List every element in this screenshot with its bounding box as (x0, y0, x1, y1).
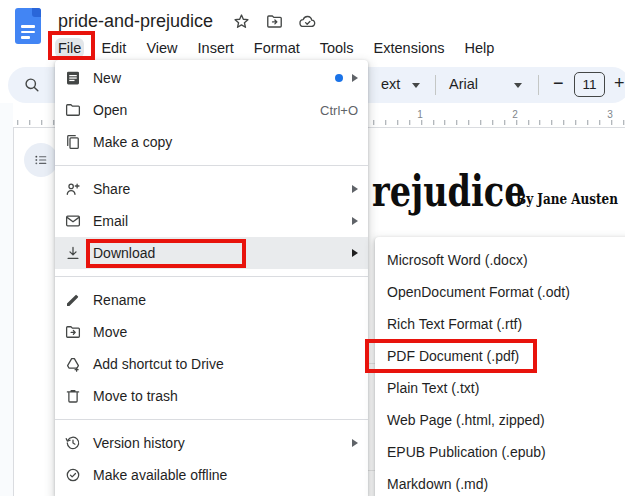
font-size-input[interactable]: 11 (574, 72, 605, 97)
chevron-down-icon[interactable] (514, 83, 522, 88)
file-menu-item-move-to-trash[interactable]: Move to trash (55, 380, 368, 412)
document-title[interactable]: pride-and-prejudice (58, 11, 213, 32)
submenu-arrow-icon (352, 249, 358, 257)
menu-file[interactable]: File (55, 38, 84, 58)
menu-item-label: Email (93, 213, 128, 229)
download-submenu: Microsoft Word (.docx) OpenDocument Form… (375, 237, 625, 496)
menu-item-label: Make available offline (93, 467, 227, 483)
file-menu-item-add-shortcut-to-drive[interactable]: Add shortcut to Drive (55, 348, 368, 380)
file-menu-item-make-available-offline[interactable]: Make available offline (55, 459, 368, 491)
document-outline-button[interactable] (24, 143, 58, 177)
submenu-item-label: Web Page (.html, zipped) (387, 412, 545, 428)
menu-divider (55, 165, 368, 166)
menu-item-label: Version history (93, 435, 185, 451)
submenu-item-label: EPUB Publication (.epub) (387, 444, 546, 460)
clock-history-icon (64, 434, 82, 452)
menu-item-label: Open (93, 102, 127, 118)
outline-icon (33, 152, 49, 168)
submenu-arrow-icon (352, 74, 358, 82)
trash-icon (64, 387, 82, 405)
folder-arrow-icon (64, 323, 82, 341)
document-byline-text: By Jane Austen (516, 190, 618, 208)
keyboard-shortcut: Ctrl+O (320, 103, 358, 118)
menu-item-label: Make a copy (93, 134, 172, 150)
menu-item-label: New (93, 70, 121, 86)
menu-insert[interactable]: Insert (195, 38, 237, 58)
menu-item-label: Share (93, 181, 130, 197)
submenu-arrow-icon (352, 217, 358, 225)
submenu-item-rtf[interactable]: Rich Text Format (.rtf) (375, 308, 625, 340)
paragraph-style-select[interactable]: ext (381, 76, 400, 92)
folder-open-icon (64, 101, 82, 119)
page-left-edge (13, 127, 14, 496)
decrease-font-size-button[interactable]: − (553, 73, 564, 94)
new-feature-dot (335, 74, 343, 82)
star-icon[interactable] (232, 12, 251, 31)
menu-tools[interactable]: Tools (317, 38, 357, 58)
pencil-icon (64, 291, 82, 309)
file-menu-item-new[interactable]: New (55, 62, 368, 94)
menu-item-label: Rename (93, 292, 146, 308)
menu-format[interactable]: Format (251, 38, 303, 58)
file-menu-item-move[interactable]: Move (55, 316, 368, 348)
submenu-item-odt[interactable]: OpenDocument Format (.odt) (375, 276, 625, 308)
file-menu-item-make-a-copy[interactable]: Make a copy (55, 126, 368, 158)
menu-divider (55, 419, 368, 420)
chevron-down-icon[interactable] (412, 83, 420, 88)
drive-shortcut-icon (64, 355, 82, 373)
cloud-saved-icon[interactable] (298, 12, 317, 31)
new-document-icon (64, 69, 82, 87)
submenu-item-txt[interactable]: Plain Text (.txt) (375, 372, 625, 404)
menu-divider (55, 276, 368, 277)
submenu-item-pdf[interactable]: PDF Document (.pdf) (375, 340, 625, 372)
submenu-item-label: OpenDocument Format (.odt) (387, 284, 570, 300)
submenu-item-md[interactable]: Markdown (.md) (375, 468, 625, 496)
menu-edit[interactable]: Edit (98, 38, 129, 58)
file-menu-dropdown: New Open Ctrl+O Make a copy Share Email (55, 60, 368, 496)
offline-check-icon (64, 466, 82, 484)
move-folder-icon[interactable] (265, 12, 284, 31)
file-menu-item-rename[interactable]: Rename (55, 284, 368, 316)
font-family-select[interactable]: Arial (449, 76, 478, 92)
submenu-item-label: Markdown (.md) (387, 476, 488, 492)
ruler-label: 1 (414, 109, 426, 120)
menu-item-label: Move (93, 324, 127, 340)
ruler-label: 2 (509, 109, 521, 120)
ruler-label: 3 (604, 109, 616, 120)
menu-help[interactable]: Help (462, 38, 498, 58)
menu-item-label: Move to trash (93, 388, 178, 404)
toolbar-divider (435, 75, 436, 95)
increase-font-size-button[interactable]: + (614, 73, 625, 94)
file-menu-item-share[interactable]: Share (55, 173, 368, 205)
toolbar-divider (538, 75, 539, 95)
copy-icon (64, 133, 82, 151)
submenu-item-label: Rich Text Format (.rtf) (387, 316, 522, 332)
document-heading-text: rejudice (372, 166, 525, 216)
file-menu-item-email[interactable]: Email (55, 205, 368, 237)
submenu-item-label: PDF Document (.pdf) (387, 348, 519, 364)
submenu-arrow-icon (352, 439, 358, 447)
menu-item-label: Add shortcut to Drive (93, 356, 224, 372)
canvas-background (0, 103, 13, 496)
submenu-item-label: Plain Text (.txt) (387, 380, 479, 396)
person-add-icon (64, 180, 82, 198)
submenu-item-epub[interactable]: EPUB Publication (.epub) (375, 436, 625, 468)
submenu-item-label: Microsoft Word (.docx) (387, 252, 528, 268)
submenu-arrow-icon (352, 185, 358, 193)
file-menu-item-open[interactable]: Open Ctrl+O (55, 94, 368, 126)
envelope-icon (64, 212, 82, 230)
google-docs-logo[interactable] (15, 8, 41, 44)
file-menu-item-download[interactable]: Download (55, 237, 368, 269)
submenu-item-docx[interactable]: Microsoft Word (.docx) (375, 244, 625, 276)
submenu-item-html-zipped[interactable]: Web Page (.html, zipped) (375, 404, 625, 436)
file-menu-item-version-history[interactable]: Version history (55, 427, 368, 459)
menu-bar: File Edit View Insert Format Tools Exten… (55, 38, 497, 58)
menu-item-label: Download (93, 245, 155, 261)
menu-view[interactable]: View (143, 38, 180, 58)
download-icon (64, 244, 82, 262)
menu-extensions[interactable]: Extensions (371, 38, 448, 58)
search-icon[interactable] (22, 75, 42, 99)
